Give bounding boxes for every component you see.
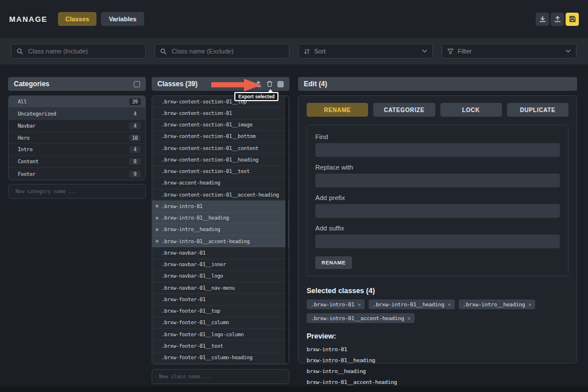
new-class-field[interactable] bbox=[152, 369, 289, 384]
edit-tab-duplicate[interactable]: DUPLICATE bbox=[507, 103, 568, 117]
categories-list: All39Uncategorized4Navbar4Hero10Intro4Co… bbox=[8, 95, 146, 180]
export-button[interactable] bbox=[551, 13, 564, 26]
tab-classes[interactable]: Classes bbox=[58, 12, 97, 26]
sort-select[interactable]: Sort bbox=[298, 44, 433, 59]
selected-dot-icon bbox=[156, 217, 158, 220]
class-item[interactable]: .brxw-content-section-01__heading bbox=[152, 154, 289, 166]
class-item[interactable]: .brxw-navbar-01 bbox=[152, 247, 289, 259]
class-item[interactable]: .brxw-content-section-01__content bbox=[152, 143, 289, 154]
chip-remove-icon[interactable]: × bbox=[528, 302, 531, 308]
new-category-input[interactable] bbox=[9, 189, 145, 194]
class-name-label: .brxw-navbar-01__nav-menu bbox=[161, 285, 235, 291]
class-item[interactable]: .brxw-footer-01__column bbox=[152, 317, 289, 329]
filter-label: Filter bbox=[458, 48, 562, 55]
class-name-label: .brxw-content-section-01__accent-heading bbox=[161, 192, 279, 198]
class-item[interactable]: .brxw-intro__heading bbox=[152, 224, 289, 236]
class-item[interactable]: .brxw-content-section-01__image bbox=[152, 120, 289, 131]
chip-label: .brxw-intro-01__accent-heading bbox=[311, 315, 404, 321]
selected-classes-chips: .brxw-intro-01×.brxw-intro-01__heading×.… bbox=[307, 299, 568, 323]
class-name-label: .brxw-footer-01__column-heading bbox=[161, 355, 253, 360]
class-item[interactable]: .brxw-content-section-01 bbox=[152, 107, 289, 119]
exclude-filter-input[interactable] bbox=[171, 47, 284, 55]
class-item[interactable]: .brxw-navbar-01__inner bbox=[152, 259, 289, 271]
class-item[interactable]: .brxw-navbar-01__logo bbox=[152, 271, 289, 282]
top-bar: MANAGE Classes Variables bbox=[0, 0, 588, 38]
edit-tab-rename[interactable]: RENAME bbox=[307, 103, 368, 117]
add-suffix-input[interactable] bbox=[315, 235, 560, 248]
categories-checkbox[interactable] bbox=[134, 81, 140, 87]
class-name-label: .brxw-content-section-01__heading bbox=[161, 157, 258, 163]
replace-with-input[interactable] bbox=[315, 174, 560, 187]
category-item-footer[interactable]: Footer9 bbox=[9, 168, 145, 180]
class-item[interactable]: .brxw-footer-01__top bbox=[152, 306, 289, 317]
category-item-uncategorized[interactable]: Uncategorized4 bbox=[9, 108, 145, 120]
search-icon bbox=[17, 48, 23, 55]
include-filter[interactable] bbox=[11, 44, 146, 59]
class-item[interactable]: .brxw-content-section-01__bottom bbox=[152, 131, 289, 143]
class-name-label: .brxw-navbar-01__logo bbox=[161, 273, 223, 279]
select-all-checkbox[interactable] bbox=[277, 81, 284, 87]
classes-scrollbar[interactable] bbox=[285, 97, 288, 363]
preview-title: Preview: bbox=[307, 332, 568, 340]
selected-class-chip: .brxw-intro-01× bbox=[307, 299, 365, 309]
chevron-down-icon bbox=[566, 49, 571, 53]
class-item[interactable]: .brxw-navbar-01__nav-menu bbox=[152, 282, 289, 294]
find-input[interactable] bbox=[315, 143, 560, 157]
new-category-field[interactable] bbox=[8, 184, 146, 199]
category-label: All bbox=[18, 99, 26, 105]
exclude-filter[interactable] bbox=[154, 44, 289, 59]
new-class-input[interactable] bbox=[152, 374, 289, 379]
class-item[interactable]: .brxw-footer-01 bbox=[152, 294, 289, 305]
chip-label: .brxw-intro-01 bbox=[311, 301, 354, 308]
category-item-hero[interactable]: Hero10 bbox=[9, 132, 145, 144]
import-button[interactable] bbox=[536, 13, 549, 26]
class-name-label: .brxw-content-section-01__bottom bbox=[161, 133, 256, 139]
class-name-label: .brxw-content-section-01__content bbox=[161, 145, 258, 151]
class-item[interactable]: .brxw-intro-01__accent-heading bbox=[152, 236, 289, 247]
class-name-label: .brxw-footer-01 bbox=[161, 297, 206, 302]
include-filter-input[interactable] bbox=[27, 47, 140, 55]
manage-classes-window: MANAGE Classes Variables bbox=[0, 0, 588, 392]
annotation-arrow-head bbox=[244, 79, 261, 91]
category-item-all[interactable]: All39 bbox=[9, 96, 145, 108]
class-item[interactable]: .brxw-footer-01__column-heading bbox=[152, 352, 289, 364]
category-count-badge: 10 bbox=[129, 134, 141, 141]
class-name-label: .brxw-footer-01__text bbox=[161, 343, 223, 349]
tab-variables[interactable]: Variables bbox=[101, 12, 144, 26]
search-icon bbox=[160, 48, 167, 55]
class-item[interactable]: .brxw-intro-01__heading bbox=[152, 213, 289, 224]
category-item-intro[interactable]: Intro4 bbox=[9, 144, 145, 156]
delete-selected-icon[interactable] bbox=[266, 80, 273, 87]
class-item[interactable]: .brxw-content-section-01__text bbox=[152, 166, 289, 178]
category-item-navbar[interactable]: Navbar4 bbox=[9, 120, 145, 132]
class-item[interactable]: .brxw-footer-01__logo-column bbox=[152, 329, 289, 340]
chip-remove-icon[interactable]: × bbox=[408, 316, 411, 321]
add-prefix-input[interactable] bbox=[315, 204, 560, 218]
class-item[interactable]: .brxw-footer-01__text bbox=[152, 340, 289, 352]
field-label: Add prefix bbox=[315, 194, 560, 201]
class-name-label: .brxw-accent-heading bbox=[161, 180, 220, 186]
chip-remove-icon[interactable]: × bbox=[448, 302, 451, 308]
chip-label: .brxw-intro-01__heading bbox=[373, 301, 444, 308]
class-item[interactable]: .brxw-accent-heading bbox=[152, 178, 289, 189]
chip-remove-icon[interactable]: × bbox=[358, 302, 361, 308]
filter-select[interactable]: Filter bbox=[442, 44, 577, 59]
selected-class-chip: .brxw-intro__heading× bbox=[459, 299, 536, 309]
class-item[interactable]: .brxw-intro-01 bbox=[152, 201, 289, 212]
categories-panel: Categories All39Uncategorized4Navbar4Her… bbox=[8, 77, 146, 199]
class-name-label: .brxw-content-section-01 bbox=[161, 110, 232, 116]
class-name-label: .brxw-intro-01__accent-heading bbox=[161, 239, 250, 244]
classes-list: .brxw-content-section-01__top.brxw-conte… bbox=[152, 95, 289, 364]
edit-tab-categorize[interactable]: CATEGORIZE bbox=[373, 103, 435, 117]
class-item[interactable]: .brxw-content-section-01__accent-heading bbox=[152, 189, 289, 201]
category-count-badge: 4 bbox=[129, 110, 141, 117]
category-item-content[interactable]: Content8 bbox=[9, 156, 145, 168]
class-name-label: .brxw-footer-01__top bbox=[161, 308, 220, 314]
category-label: Intro bbox=[18, 147, 33, 152]
rename-submit-button[interactable]: RENAME bbox=[315, 256, 352, 269]
save-button[interactable] bbox=[566, 13, 579, 26]
edit-tab-lock[interactable]: LOCK bbox=[440, 103, 502, 117]
preview-line: brxw-intro-01__heading bbox=[307, 355, 568, 366]
save-icon bbox=[569, 16, 576, 22]
selected-class-chip: .brxw-intro-01__accent-heading× bbox=[307, 313, 415, 323]
